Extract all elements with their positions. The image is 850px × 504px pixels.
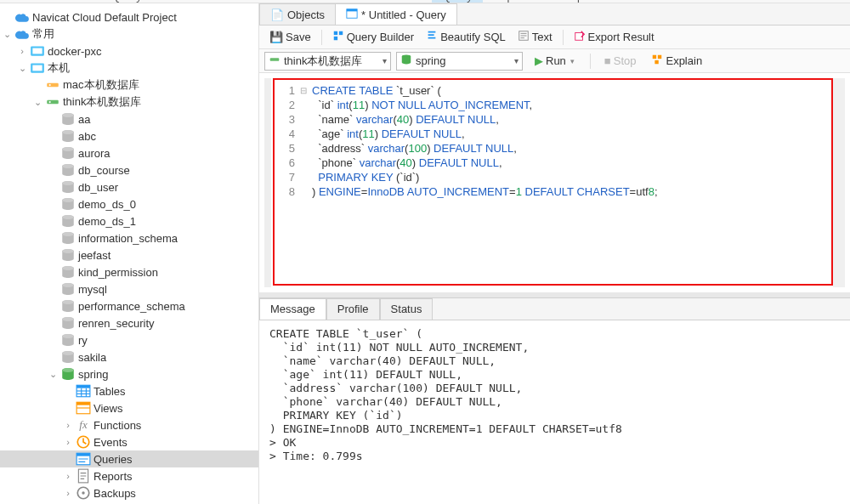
tree-db-renren_security[interactable]: renren_security [0,314,258,331]
tree-db-db_user[interactable]: db_user [0,178,258,195]
fold-marker[interactable] [300,112,309,127]
connection-icon [45,77,60,93]
tree-db-jeefast[interactable]: jeefast [0,246,258,263]
svg-point-19 [62,198,74,202]
link-icon [30,43,45,59]
svg-rect-47 [76,402,90,405]
tree-docker[interactable]: › docker-pxc [0,42,258,59]
fold-marker[interactable] [300,184,309,199]
tree-label: Reports [94,470,133,483]
menu-view[interactable]: View [233,0,277,3]
text-button[interactable]: Text [513,27,558,47]
collapse-icon[interactable]: ⌄ [2,29,12,40]
tree-label: renren_security [78,317,155,330]
tree-backups[interactable]: › Backups [0,484,258,501]
tree-spring[interactable]: ⌄ spring [0,365,258,382]
menu-newquery[interactable]: New Query [76,0,152,3]
tree-reports[interactable]: › Reports [0,467,258,484]
connection-combo[interactable]: think本机数据库 ▾ [264,52,391,71]
btn-label: Query Builder [347,31,414,43]
tree-functions[interactable]: › fx Functions [0,416,258,433]
tree-changyong[interactable]: ⌄ 常用 [0,25,258,42]
fold-marker[interactable] [300,141,309,156]
tree-db-mysql[interactable]: mysql [0,280,258,297]
tree-tables[interactable]: Tables [0,382,258,399]
tree-db-performance_schema[interactable]: performance_schema [0,297,258,314]
tree-macdb[interactable]: mac本机数据库 [0,76,258,93]
tree-db-information_schema[interactable]: information_schema [0,229,258,246]
output-tab-message[interactable]: Message [259,298,326,320]
tree-db-demo_ds_1[interactable]: demo_ds_1 [0,212,258,229]
output-tab-profile[interactable]: Profile [326,298,380,320]
expand-icon[interactable]: › [63,471,73,481]
tree-db-kind_permission[interactable]: kind_permission [0,263,258,280]
sql-editor[interactable]: 1⊟CREATE TABLE `t_user` (2 `id` int(11) … [273,78,833,286]
expand-icon[interactable]: › [17,46,27,56]
svg-point-15 [62,164,74,168]
scrollbar[interactable] [833,78,845,287]
svg-rect-58 [339,31,343,35]
sidebar: Navicat Cloud Default Project ⌄ 常用 › doc… [0,3,259,504]
tab-objects[interactable]: 📄 Objects [259,3,336,25]
svg-point-13 [62,147,74,151]
tree-thinkdb[interactable]: ⌄ think本机数据库 [0,93,258,110]
expand-icon[interactable]: › [63,420,73,430]
tree-label: Events [94,436,128,449]
menu-function[interactable]: Function [277,0,340,3]
fold-marker[interactable] [300,127,309,141]
tree-db-abc[interactable]: abc [0,127,258,144]
separator [321,30,322,45]
menu-connection[interactable]: Connection [0,0,76,3]
explain-icon [651,54,663,68]
database-icon [60,162,76,178]
tab-bar: 📄 Objects * Untitled - Query [259,3,850,25]
menu-model[interactable]: Model [670,0,720,3]
menu-report[interactable]: Report [483,0,536,3]
explain-button[interactable]: Explain [646,51,707,71]
svg-rect-56 [347,8,357,11]
tree-cloud-project[interactable]: Navicat Cloud Default Project [0,8,258,25]
run-button[interactable]: ▶ Run ▾ [528,52,581,70]
database-combo[interactable]: spring ▾ [396,52,523,71]
collapse-icon[interactable]: ⌄ [48,369,58,380]
export-button[interactable]: Export Result [569,27,660,47]
tree-db-aa[interactable]: aa [0,110,258,127]
output-body[interactable]: CREATE TABLE `t_user` ( `id` int(11) NOT… [259,320,850,504]
tree-events[interactable]: › Events [0,433,258,450]
svg-point-5 [49,84,51,86]
collapse-icon[interactable]: ⌄ [17,63,27,74]
tree-db-db_course[interactable]: db_course [0,161,258,178]
export-icon [574,30,586,44]
tree-db-ry[interactable]: ry [0,331,258,348]
expand-icon[interactable]: › [63,488,73,498]
fold-marker[interactable] [300,170,309,184]
tree-benji[interactable]: ⌄ 本机 [0,59,258,76]
beautify-button[interactable]: Beautify SQL [421,27,511,47]
menu-backup[interactable]: Backup [536,0,593,3]
tree-db-demo_ds_0[interactable]: demo_ds_0 [0,195,258,212]
menu-table[interactable]: Table [186,0,233,3]
output-pane: Message Profile Status CREATE TABLE `t_u… [259,297,850,504]
svg-point-33 [62,317,74,321]
fold-marker[interactable]: ⊟ [300,83,309,98]
separator [563,30,564,45]
tree-label: aa [78,113,90,126]
save-button[interactable]: 💾Save [264,28,316,46]
tab-untitled-query[interactable]: * Untitled - Query [335,3,457,25]
tree-queries[interactable]: Queries [0,450,258,467]
collapse-icon[interactable]: ⌄ [32,97,42,108]
stop-icon: ■ [604,54,611,67]
tree-db-sakila[interactable]: sakila [0,348,258,365]
query-builder-button[interactable]: Query Builder [327,27,419,47]
fold-marker[interactable] [300,156,309,170]
query-icon [346,8,358,22]
dropdown-icon[interactable]: ▾ [570,57,575,65]
fold-marker[interactable] [300,98,309,112]
expand-icon[interactable]: › [63,437,73,447]
output-tab-status[interactable]: Status [380,298,434,320]
menu-automation[interactable]: Automation [593,0,670,3]
svg-rect-1 [32,48,42,54]
tree-views[interactable]: Views [0,399,258,416]
tree-db-aurora[interactable]: aurora [0,144,258,161]
tree-label: aurora [78,147,110,160]
